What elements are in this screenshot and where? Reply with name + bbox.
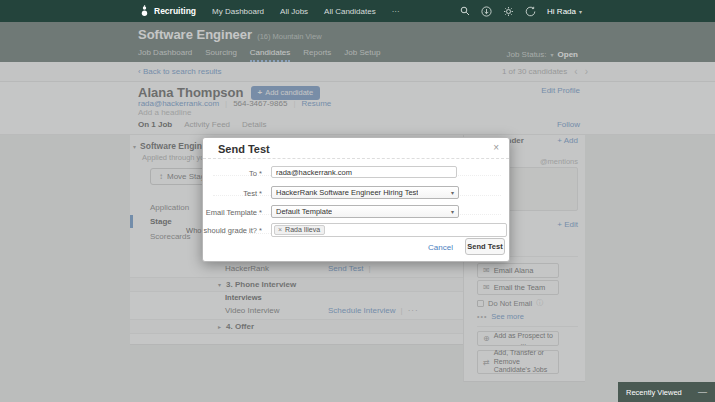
modal-header: Send Test × xyxy=(203,138,509,159)
to-input[interactable] xyxy=(271,166,457,178)
navbar-left: Recruiting My Dashboard All Jobs All Can… xyxy=(140,0,400,22)
updates-icon[interactable] xyxy=(481,6,492,17)
grader-label: Who should grade it? * xyxy=(186,226,262,235)
navbar-right: Hi Rada ▾ xyxy=(460,0,582,22)
modal-title: Send Test xyxy=(218,143,270,155)
to-label: To * xyxy=(249,169,262,178)
chevron-down-icon: ▾ xyxy=(579,8,582,15)
remove-tag-icon[interactable]: × xyxy=(278,226,282,233)
test-select[interactable]: HackerRank Software Engineer Hiring Test… xyxy=(271,186,459,199)
history-icon[interactable] xyxy=(525,6,536,17)
grader-tag-name: Rada Ilieva xyxy=(285,226,320,233)
product-name: Recruiting xyxy=(154,6,196,16)
search-icon[interactable] xyxy=(460,6,470,16)
top-navbar: Recruiting My Dashboard All Jobs All Can… xyxy=(0,0,715,22)
app-screen: Recruiting My Dashboard All Jobs All Can… xyxy=(0,0,715,402)
test-label: Test * xyxy=(243,189,262,198)
user-menu[interactable]: Hi Rada ▾ xyxy=(547,7,582,16)
chevron-down-icon: ▾ xyxy=(451,189,454,196)
minimize-icon[interactable]: — xyxy=(698,387,707,397)
test-select-value: HackerRank Software Engineer Hiring Test xyxy=(276,188,418,197)
email-template-value: Default Template xyxy=(276,207,332,216)
nav-all-candidates[interactable]: All Candidates xyxy=(324,7,376,16)
greenhouse-logo-icon xyxy=(140,5,149,17)
recruiting-brand[interactable]: Recruiting xyxy=(140,5,196,17)
settings-gear-icon[interactable] xyxy=(503,6,514,17)
grader-tag: × Rada Ilieva xyxy=(274,225,325,235)
chevron-down-icon: ▾ xyxy=(451,208,454,215)
email-template-label: Email Template * xyxy=(206,208,262,217)
nav-more-menu[interactable]: ··· xyxy=(392,7,400,16)
send-test-modal: Send Test × To * Test * HackerRank Softw… xyxy=(202,137,510,262)
user-greeting: Hi Rada xyxy=(547,7,576,16)
cancel-link[interactable]: Cancel xyxy=(428,243,453,252)
send-test-button[interactable]: Send Test xyxy=(465,238,505,255)
nav-my-dashboard[interactable]: My Dashboard xyxy=(212,7,264,16)
recently-viewed-title: Recently Viewed xyxy=(626,388,682,397)
email-template-select[interactable]: Default Template ▾ xyxy=(271,205,459,218)
close-icon[interactable]: × xyxy=(493,142,499,153)
grader-input[interactable]: × Rada Ilieva xyxy=(271,223,507,237)
nav-all-jobs[interactable]: All Jobs xyxy=(280,7,308,16)
recently-viewed-bar[interactable]: Recently Viewed — xyxy=(618,382,715,402)
